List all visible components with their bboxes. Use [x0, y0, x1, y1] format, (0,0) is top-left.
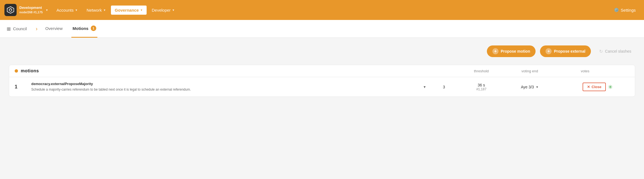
col-threshold: threshold — [461, 69, 502, 73]
nav-governance-label: Governance — [115, 8, 139, 12]
propose-external-icon: + — [546, 48, 552, 54]
actions-cell: ✕ Close ✳ — [557, 83, 613, 91]
nav-accounts-label: Accounts — [56, 8, 74, 12]
propose-motion-label: Propose motion — [501, 49, 530, 53]
col-votes: votes — [557, 69, 613, 73]
main-content: + Propose motion + Propose external ↻ Ca… — [0, 38, 644, 179]
col-voting-end: voting end — [502, 69, 557, 73]
nav-developer-label: Developer — [152, 8, 170, 12]
brand-logo-area[interactable]: Development node/268 #1,175 ▼ — [4, 4, 48, 16]
motions-badge: 1 — [91, 25, 96, 31]
propose-motion-button[interactable]: + Propose motion — [487, 45, 536, 57]
star-icon: ✳ — [608, 84, 613, 90]
nav-developer[interactable]: Developer ▼ — [148, 6, 178, 15]
cancel-slashes-label: Cancel slashes — [605, 49, 631, 53]
propose-motion-icon: + — [492, 48, 498, 54]
motion-method-name: democracy.externalProposeMajority — [31, 82, 419, 86]
votes-dropdown-arrow[interactable]: ▼ — [536, 85, 539, 89]
nav-accounts[interactable]: Accounts ▼ — [53, 6, 82, 15]
voting-end-time: 36 s — [461, 83, 502, 87]
brand-logo-icon — [4, 4, 17, 16]
threshold-value: 3 — [427, 85, 461, 89]
nav-settings[interactable]: ⚙️ Settings — [610, 5, 640, 15]
council-label[interactable]: ▦ Council — [7, 26, 27, 31]
accounts-dropdown-arrow: ▼ — [75, 9, 78, 12]
motions-title: motions — [21, 68, 39, 73]
nav-network[interactable]: Network ▼ — [83, 6, 110, 15]
tab-overview-label: Overview — [45, 26, 63, 31]
tab-motions-label: Motions — [72, 26, 89, 31]
table-header: motions threshold voting end votes — [9, 65, 635, 77]
council-icon: ▦ — [7, 26, 11, 31]
motions-dot-icon — [15, 69, 18, 73]
nav-governance[interactable]: Governance ▼ — [111, 6, 147, 15]
close-motion-button[interactable]: ✕ Close — [583, 83, 606, 91]
brand-dropdown-arrow: ▼ — [45, 9, 48, 12]
tab-overview[interactable]: Overview — [44, 20, 64, 38]
settings-label: Settings — [621, 8, 636, 12]
cancel-slashes-button[interactable]: ↻ Cancel slashes — [595, 46, 635, 57]
council-text: Council — [13, 26, 27, 31]
motion-description: democracy.externalProposeMajority Schedu… — [31, 82, 427, 92]
motions-header: motions — [15, 68, 427, 73]
tab-motions[interactable]: Motions 1 — [71, 20, 97, 38]
governance-dropdown-arrow: ▼ — [140, 9, 143, 12]
table-row: 1 democracy.externalProposeMajority Sche… — [9, 77, 635, 96]
voting-end-block: #1,187 — [461, 87, 502, 91]
votes-text: Aye 3/3 — [521, 85, 534, 89]
close-x-icon: ✕ — [587, 85, 590, 89]
action-bar: + Propose motion + Propose external ↻ Ca… — [9, 45, 635, 57]
motion-detail-text: Schedule a majority-carries referendum t… — [31, 87, 419, 92]
brand-name: Development — [19, 5, 43, 10]
votes-cell: Aye 3/3 ▼ — [502, 85, 557, 89]
cancel-slashes-icon: ↻ — [599, 49, 603, 54]
network-dropdown-arrow: ▼ — [103, 9, 106, 12]
close-button-label: Close — [592, 85, 601, 89]
star-motion-button[interactable]: ✳ — [608, 84, 613, 90]
motion-row-dropdown[interactable]: ▼ — [422, 84, 427, 90]
motions-table: motions threshold voting end votes 1 dem… — [9, 65, 635, 97]
breadcrumb-arrow: › — [36, 25, 38, 32]
brand-node: node/268 #1,175 — [19, 10, 43, 14]
nav-network-label: Network — [87, 8, 102, 12]
top-nav: Development node/268 #1,175 ▼ Accounts ▼… — [0, 0, 644, 20]
propose-external-button[interactable]: + Propose external — [540, 45, 591, 57]
propose-external-label: Propose external — [554, 49, 585, 53]
settings-gear-icon: ⚙️ — [614, 7, 619, 12]
secondary-nav: ▦ Council › Overview Motions 1 — [0, 20, 644, 38]
motion-text: democracy.externalProposeMajority Schedu… — [31, 82, 419, 92]
developer-dropdown-arrow: ▼ — [172, 9, 175, 12]
voting-end-cell: 36 s #1,187 — [461, 83, 502, 91]
row-number: 1 — [15, 84, 31, 90]
brand-text: Development node/268 #1,175 — [19, 5, 43, 15]
